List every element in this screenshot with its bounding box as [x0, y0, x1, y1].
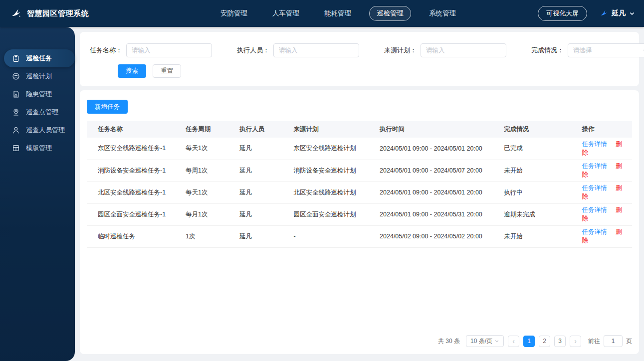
user-name: 延凡 — [612, 9, 626, 18]
brand-logo-icon — [10, 7, 22, 19]
nav-inspection[interactable]: 巡检管理 — [369, 6, 411, 21]
chevron-down-icon — [494, 339, 499, 344]
source-plan-input[interactable] — [421, 43, 506, 57]
goto-unit-label: 页 — [626, 337, 632, 346]
nav-system[interactable]: 系统管理 — [422, 6, 463, 20]
app-title: 智慧园区管理系统 — [27, 9, 89, 18]
main-content: 任务名称： 执行人员： 来源计划： 完成情况： 请选择 — [75, 27, 644, 361]
cell-source-plan: 园区全面安全巡检计划 — [288, 203, 375, 225]
topbar-right: 可视化大屏 延凡 — [538, 0, 635, 27]
sidebar-item-template-management[interactable]: 模版管理 — [4, 139, 75, 157]
cell-exec-time: 2024/05/01 09:00 - 2024/05/07 20:00 — [375, 160, 499, 181]
sidebar-item-inspection-point[interactable]: 巡查点管理 — [4, 103, 75, 121]
cell-executor: 延凡 — [234, 203, 288, 225]
page-button-3[interactable]: 3 — [554, 336, 566, 347]
page-size-value: 10 条/页 — [470, 337, 492, 346]
hazard-icon — [12, 90, 20, 98]
task-name-label: 任务名称： — [90, 46, 122, 55]
search-button[interactable]: 搜索 — [118, 64, 146, 78]
cell-status: 逾期未完成 — [499, 203, 577, 225]
cell-task-name: 临时巡检任务 — [87, 225, 181, 247]
filter-row: 任务名称： 执行人员： 来源计划： 完成情况： 请选择 — [90, 43, 629, 57]
pagination: 共 30 条 10 条/页 ‹ 1 2 3 › 前往 页 — [87, 335, 632, 349]
cell-source-plan: 东区安全线路巡检计划 — [288, 138, 375, 160]
cell-actions: 任务详情 删除 — [577, 160, 632, 181]
template-icon — [12, 144, 20, 152]
cell-executor: 延凡 — [234, 160, 288, 181]
nav-security[interactable]: 安防管理 — [214, 6, 254, 20]
cell-status: 执行中 — [499, 181, 577, 203]
task-detail-link[interactable]: 任务详情 — [582, 163, 607, 170]
next-page-button[interactable]: › — [570, 336, 581, 347]
chevron-down-icon — [629, 10, 635, 16]
cell-actions: 任务详情 删除 — [577, 181, 632, 203]
pagination-goto: 前往 页 — [588, 335, 632, 347]
cell-actions: 任务详情 删除 — [577, 138, 632, 160]
cell-exec-time: 2024/05/01 09:00 - 2024/05/01 20:00 — [375, 138, 499, 160]
prev-page-button[interactable]: ‹ — [508, 336, 519, 347]
plan-icon — [12, 72, 20, 80]
nav-people-vehicle[interactable]: 人车管理 — [265, 6, 306, 20]
cell-exec-time: 2024/05/01 09:00 - 2024/05/31 20:00 — [375, 203, 499, 225]
nav-energy[interactable]: 能耗管理 — [317, 6, 358, 20]
executor-input[interactable] — [273, 43, 359, 57]
table-row: 东区安全线路巡检任务-1 每天1次 延凡 东区安全线路巡检计划 2024/05/… — [87, 138, 632, 160]
cell-task-name: 消防设备安全巡检任务-1 — [87, 160, 181, 181]
visual-screen-button[interactable]: 可视化大屏 — [538, 6, 587, 21]
brand: 智慧园区管理系统 — [10, 7, 89, 19]
table-row: 园区全面安全巡检任务-1 每月1次 延凡 园区全面安全巡检计划 2024/05/… — [87, 203, 632, 225]
cell-status: 未开始 — [499, 225, 577, 247]
page-size-select[interactable]: 10 条/页 — [466, 335, 504, 347]
task-name-input[interactable] — [126, 43, 212, 57]
col-status: 完成情况 — [499, 121, 577, 138]
point-icon — [12, 108, 20, 116]
completion-select-placeholder: 请选择 — [573, 46, 592, 55]
goto-label: 前往 — [588, 337, 600, 346]
cell-actions: 任务详情 删除 — [577, 203, 632, 225]
task-detail-link[interactable]: 任务详情 — [582, 141, 607, 148]
col-source-plan: 来源计划 — [288, 121, 375, 138]
sidebar-item-inspection-plan[interactable]: 巡检计划 — [4, 67, 75, 85]
pagination-total: 共 30 条 — [438, 337, 460, 346]
page-button-2[interactable]: 2 — [539, 336, 550, 347]
personnel-icon — [12, 126, 20, 134]
cell-status: 已完成 — [499, 138, 577, 160]
task-detail-link[interactable]: 任务详情 — [582, 228, 607, 235]
sidebar-item-label: 巡查点管理 — [26, 108, 58, 117]
task-detail-link[interactable]: 任务详情 — [582, 206, 607, 213]
task-detail-link[interactable]: 任务详情 — [582, 184, 607, 191]
col-actions: 操作 — [577, 121, 632, 138]
sidebar-item-label: 模版管理 — [26, 144, 52, 153]
add-task-button[interactable]: 新增任务 — [87, 100, 128, 114]
cell-source-plan: 北区安全线路巡检计划 — [288, 181, 375, 203]
col-executor: 执行人员 — [234, 121, 288, 138]
filter-executor: 执行人员： — [237, 43, 359, 57]
table-row: 消防设备安全巡检任务-1 每周1次 延凡 消防设备安全巡检计划 2024/05/… — [87, 160, 632, 181]
sidebar-item-inspection-task[interactable]: 巡检任务 — [4, 49, 75, 67]
task-table-panel: 新增任务 任务名称 任务周期 执行人员 来源计划 执行时间 完成情况 操作 — [80, 90, 639, 354]
top-nav: 安防管理 人车管理 能耗管理 巡检管理 系统管理 — [214, 0, 463, 27]
filter-completion: 完成情况： 请选择 — [531, 43, 644, 57]
cell-actions: 任务详情 删除 — [577, 225, 632, 247]
table-row: 北区安全线路巡检任务-1 每天1次 延凡 北区安全线路巡检计划 2024/05/… — [87, 181, 632, 203]
filter-panel: 任务名称： 执行人员： 来源计划： 完成情况： 请选择 — [80, 32, 639, 86]
cell-task-cycle: 每天1次 — [181, 181, 234, 203]
cell-task-name: 园区全面安全巡检任务-1 — [87, 203, 181, 225]
goto-page-input[interactable] — [604, 335, 623, 347]
user-menu[interactable]: 延凡 — [599, 9, 635, 18]
table-row: 临时巡检任务 1次 延凡 - 2024/05/02 09:00 - 2024/0… — [87, 225, 632, 247]
cell-executor: 延凡 — [234, 225, 288, 247]
cell-task-cycle: 每天1次 — [181, 138, 234, 160]
cell-status: 未开始 — [499, 160, 577, 181]
source-plan-label: 来源计划： — [384, 46, 417, 55]
filter-task-name: 任务名称： — [90, 43, 212, 57]
sidebar-item-inspection-personnel[interactable]: 巡查人员管理 — [4, 121, 75, 139]
sidebar-item-hazard-management[interactable]: 隐患管理 — [4, 85, 75, 103]
clipboard-icon — [12, 54, 20, 62]
topbar: 智慧园区管理系统 安防管理 人车管理 能耗管理 巡检管理 系统管理 可视化大屏 … — [0, 0, 644, 27]
cell-exec-time: 2024/05/02 09:00 - 2024/05/02 20:00 — [375, 225, 499, 247]
completion-label: 完成情况： — [531, 46, 564, 55]
page-button-1[interactable]: 1 — [523, 336, 535, 347]
reset-button[interactable]: 重置 — [153, 64, 181, 78]
completion-select[interactable]: 请选择 — [568, 43, 644, 57]
